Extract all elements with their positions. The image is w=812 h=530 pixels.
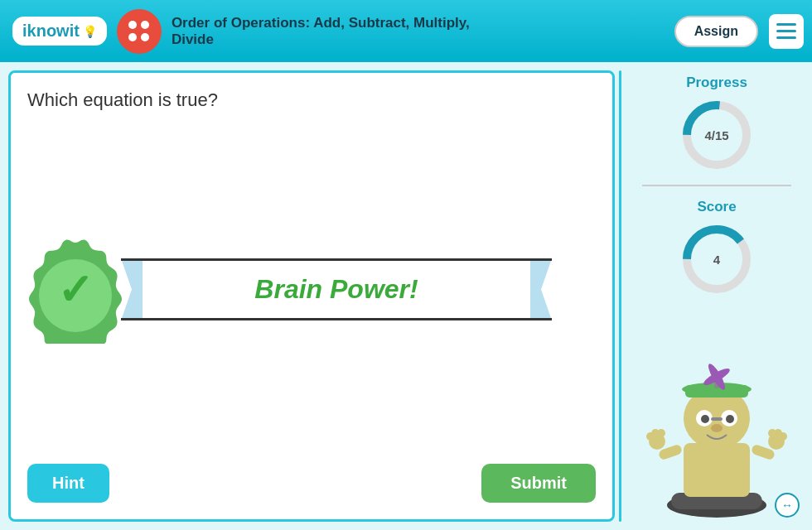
dice-dot <box>128 21 137 29</box>
ribbon-tab-right-svg <box>530 258 552 320</box>
progress-donut: 4/15 <box>679 98 754 172</box>
question-text: Which equation is true? <box>27 89 596 111</box>
svg-marker-6 <box>530 318 552 320</box>
menu-button[interactable] <box>769 14 804 49</box>
progress-value: 4/15 <box>704 128 728 142</box>
hint-button[interactable]: Hint <box>27 464 109 503</box>
main-container: Which equation is true? ✓ <box>0 62 812 530</box>
dice-dot <box>141 21 149 29</box>
bulb-icon: 💡 <box>83 25 97 38</box>
left-panel: Which equation is true? ✓ <box>8 70 615 522</box>
robot-mascot <box>642 352 791 518</box>
banner-body: Brain Power! <box>121 258 552 320</box>
banner-inner: Brain Power! <box>143 258 530 320</box>
checkmark-icon: ✓ <box>57 265 94 315</box>
submit-button[interactable]: Submit <box>481 464 596 503</box>
menu-line <box>776 30 796 32</box>
svg-rect-13 <box>684 443 750 497</box>
header: iknowit 💡 Order of Operations: Add, Subt… <box>0 0 812 62</box>
fullscreen-icon: ↔ <box>781 499 793 512</box>
progress-section: Progress 4/15 <box>679 75 754 172</box>
sidebar-divider <box>642 185 791 186</box>
right-sidebar: Progress 4/15 Score 4 <box>621 62 812 530</box>
progress-label: Progress <box>686 75 747 91</box>
svg-marker-4 <box>530 258 552 320</box>
logo-text: iknowit <box>22 22 80 41</box>
assign-button[interactable]: Assign <box>674 16 758 47</box>
bottom-bar: Hint Submit <box>27 451 596 503</box>
brain-power-text: Brain Power! <box>254 274 418 305</box>
badge-outer: ✓ <box>22 236 129 344</box>
score-value: 4 <box>713 253 720 267</box>
svg-marker-5 <box>530 258 552 261</box>
svg-point-23 <box>768 429 776 437</box>
svg-rect-35 <box>711 417 723 421</box>
svg-point-36 <box>711 424 723 432</box>
mascot-area <box>642 309 791 518</box>
svg-point-34 <box>726 415 734 423</box>
dice-icon <box>117 9 162 54</box>
dice-dots <box>122 14 156 48</box>
dice-dot <box>128 33 137 41</box>
brain-power-area: ✓ Brain Power! <box>27 128 596 451</box>
menu-line <box>776 23 796 26</box>
logo[interactable]: iknowit 💡 <box>12 17 107 46</box>
menu-line <box>776 36 796 39</box>
score-label: Score <box>697 199 736 215</box>
check-badge: ✓ <box>22 236 129 344</box>
dice-dot <box>141 33 149 41</box>
svg-point-20 <box>657 429 665 437</box>
svg-point-33 <box>701 415 709 423</box>
score-donut: 4 <box>679 222 754 296</box>
score-section: Score 4 <box>679 199 754 296</box>
fullscreen-button[interactable]: ↔ <box>775 493 800 518</box>
